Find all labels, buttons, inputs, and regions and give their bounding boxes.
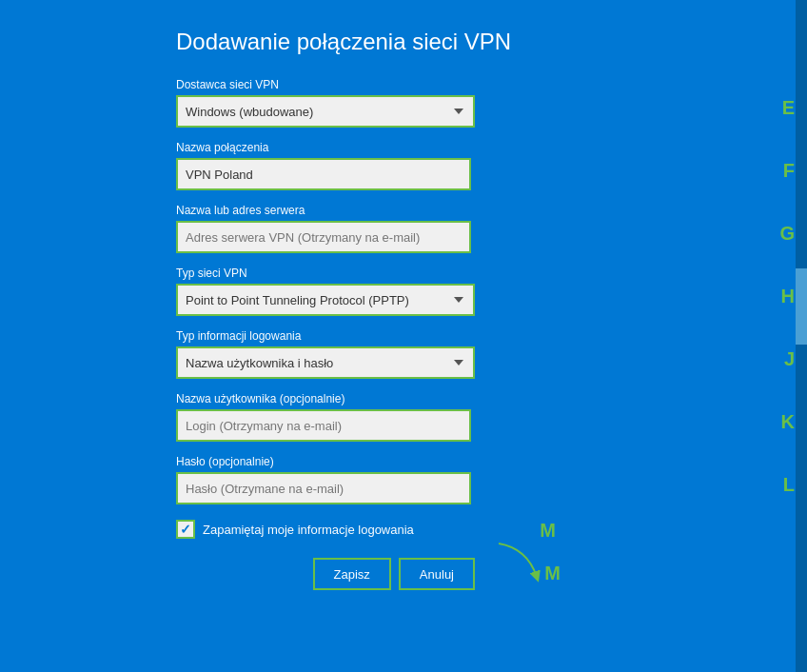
username-input[interactable] (176, 409, 471, 442)
remember-checkbox[interactable]: ✓ (176, 520, 195, 539)
page-title: Dodawanie połączenia sieci VPN (176, 29, 742, 55)
login-type-label: Typ informacji logowania (176, 329, 742, 343)
annotation-l: L (783, 474, 795, 496)
server-address-input[interactable] (176, 221, 471, 253)
username-label: Nazwa użytkownika (opcjonalnie) (176, 392, 742, 405)
annotation-k: K (781, 411, 795, 433)
save-button[interactable]: Zapisz (313, 558, 391, 590)
vpn-form-panel: Dodawanie połączenia sieci VPN Dostawca … (0, 0, 780, 619)
vpn-provider-group: Dostawca sieci VPN Windows (wbudowane) E (176, 78, 742, 128)
login-type-select[interactable]: Nazwa użytkownika i hasło (176, 346, 475, 379)
vpn-type-label: Typ sieci VPN (176, 267, 742, 280)
password-group: Hasło (opcjonalnie) L (176, 455, 742, 504)
connection-name-group: Nazwa połączenia F (176, 141, 742, 190)
annotation-f: F (783, 160, 795, 182)
action-buttons: Zapisz Anuluj (176, 558, 475, 590)
login-type-group: Typ informacji logowania Nazwa użytkowni… (176, 329, 742, 379)
annotation-h: H (781, 286, 795, 307)
vpn-provider-label: Dostawca sieci VPN (176, 78, 742, 91)
remember-checkbox-label: Zapamiętaj moje informacje logowania (203, 523, 414, 537)
vpn-type-select[interactable]: Point to Point Tunneling Protocol (PPTP) (176, 284, 475, 316)
annotation-e: E (782, 97, 795, 119)
remember-checkbox-group: ✓ Zapamiętaj moje informacje logowania (176, 520, 742, 539)
annotation-g: G (779, 223, 795, 245)
password-input[interactable] (176, 472, 471, 504)
annotation-m-label: M (544, 563, 561, 584)
connection-name-input[interactable] (176, 158, 471, 190)
username-group: Nazwa użytkownika (opcjonalnie) K (176, 392, 742, 442)
vpn-provider-select[interactable]: Windows (wbudowane) (176, 95, 475, 128)
annotation-m-arrow (489, 539, 546, 586)
buttons-container: Zapisz Anuluj M M (176, 558, 475, 590)
cancel-button[interactable]: Anuluj (399, 558, 475, 590)
connection-name-label: Nazwa połączenia (176, 141, 742, 154)
password-label: Hasło (opcjonalnie) (176, 455, 742, 468)
vpn-type-group: Typ sieci VPN Point to Point Tunneling P… (176, 267, 742, 316)
scrollbar-thumb[interactable] (796, 268, 807, 345)
server-address-group: Nazwa lub adres serwera G (176, 204, 742, 253)
scrollbar[interactable] (796, 0, 807, 672)
checkmark-icon: ✓ (180, 522, 191, 537)
annotation-j: J (784, 348, 795, 370)
server-address-label: Nazwa lub adres serwera (176, 204, 742, 217)
